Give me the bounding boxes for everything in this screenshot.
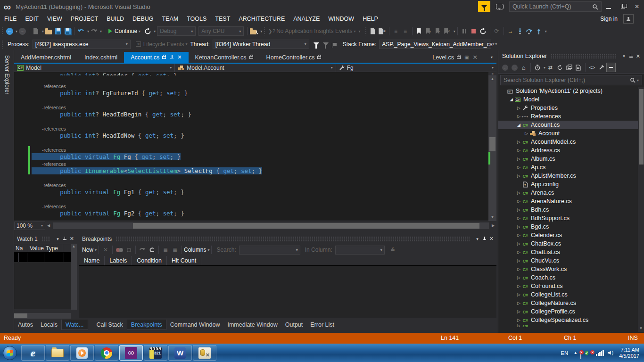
- se-home-button[interactable]: ⌂: [519, 63, 528, 72]
- codelens-references[interactable]: -references: [14, 104, 488, 111]
- taskbar-media-player[interactable]: [70, 345, 94, 361]
- break-all-button[interactable]: [460, 26, 469, 36]
- tree-item-bgd-cs[interactable]: ▷C#Bgd.cs: [498, 222, 644, 231]
- tree-item-cofound-cs[interactable]: ▷C#CoFound.cs: [498, 282, 644, 290]
- member-dropdown[interactable]: Fg ▾: [336, 64, 496, 72]
- expander-collapsed-icon[interactable]: ▷: [516, 216, 521, 221]
- tree-item-accountmodel-cs[interactable]: ▷C#AccountModel.cs: [498, 138, 644, 146]
- pin-icon[interactable]: [629, 54, 633, 58]
- expander-collapsed-icon[interactable]: ▷: [516, 106, 521, 110]
- panel-tab-command-window[interactable]: Command Window: [166, 320, 224, 330]
- redo-button[interactable]: [90, 26, 98, 36]
- tree-item-coach-cs[interactable]: ▷C#Coach.cs: [498, 273, 644, 282]
- scroll-down-arrow[interactable]: ▼: [638, 325, 644, 332]
- panel-tab-immediate-window[interactable]: Immediate Window: [223, 320, 281, 330]
- minimize-button[interactable]: [602, 1, 616, 12]
- se-back-button[interactable]: ←: [500, 63, 510, 72]
- editor-vertical-scrollbar[interactable]: ≡ ▲ ▼: [488, 72, 496, 221]
- reset-filter-button[interactable]: ≚: [388, 245, 397, 255]
- navigate-back-button[interactable]: ←: [5, 26, 14, 36]
- watch-horizontal-scrollbar[interactable]: [14, 313, 71, 319]
- expander-collapsed-icon[interactable]: ▷: [516, 309, 521, 314]
- menu-file[interactable]: FILE: [0, 14, 21, 24]
- language-indicator[interactable]: EN: [561, 350, 568, 356]
- close-tab-icon[interactable]: ✕: [177, 54, 182, 60]
- tree-item-ap-cs[interactable]: ▷C#Ap.cs: [498, 163, 644, 172]
- taskbar-visual-studio[interactable]: ∞: [119, 345, 143, 361]
- menu-help[interactable]: HELP: [358, 14, 382, 24]
- breakpoints-column-hit-count[interactable]: Hit Count: [167, 256, 201, 265]
- taskbar-internet-explorer[interactable]: e: [21, 345, 45, 361]
- in-column-combo[interactable]: ▾: [335, 246, 385, 255]
- se-collapse-all-button[interactable]: [564, 63, 574, 72]
- toggle-bookmark-button[interactable]: [415, 26, 423, 36]
- watch-vertical-scrollbar[interactable]: ▲: [71, 244, 77, 310]
- breakpoints-body[interactable]: [79, 266, 496, 318]
- expander-collapsed-icon[interactable]: ▷: [516, 301, 521, 305]
- expander-collapsed-icon[interactable]: ▷: [516, 199, 521, 204]
- codelens-references[interactable]: -references: [14, 125, 488, 132]
- codelens-references[interactable]: -references: [14, 203, 488, 210]
- close-panel-icon[interactable]: ✕: [70, 236, 74, 242]
- codelens-references[interactable]: -references: [14, 181, 488, 189]
- filter-flagged-button[interactable]: [322, 40, 330, 49]
- menu-build[interactable]: BUILD: [102, 14, 128, 24]
- menu-tools[interactable]: TOOLS: [182, 14, 211, 24]
- new-linked-work-item-button[interactable]: ≡: [378, 26, 387, 36]
- watch-column-na[interactable]: Na: [14, 244, 28, 252]
- menu-view[interactable]: VIEW: [43, 14, 66, 24]
- navigate-forward-button[interactable]: →: [18, 26, 26, 36]
- next-bookmark-button[interactable]: ▸: [434, 26, 442, 36]
- new-file-button[interactable]: [32, 26, 40, 36]
- columns-button[interactable]: Columns: [184, 247, 206, 253]
- code-line[interactable]: public virtual Fg Fg2 { get; set; }: [14, 210, 488, 217]
- code-blank-line[interactable]: [14, 139, 488, 146]
- code-blank-line[interactable]: [14, 174, 488, 181]
- close-button[interactable]: ✕: [630, 1, 644, 12]
- expander-collapsed-icon[interactable]: ▷: [516, 324, 521, 327]
- panel-tab-call-stack[interactable]: Call Stack: [93, 320, 127, 330]
- expander-collapsed-icon[interactable]: ▷: [516, 275, 521, 280]
- tree-item-references[interactable]: ▷▪─▪References: [498, 112, 644, 121]
- pin-tab-icon[interactable]: [170, 55, 174, 59]
- solution-root-item[interactable]: ∞Solution 'MyAction11' (2 projects): [498, 87, 644, 95]
- breakpoints-column-labels[interactable]: Labels: [105, 256, 132, 265]
- prev-bookmark-button[interactable]: ◂: [424, 26, 433, 36]
- redo-dropdown[interactable]: ▾: [100, 29, 102, 33]
- code-line[interactable]: public int? HeadIdNow { get; set; }: [14, 132, 488, 139]
- new-breakpoint-button[interactable]: New: [82, 247, 93, 253]
- solution-explorer-search-input[interactable]: Search Solution Explorer (Ctrl+;) ▾: [500, 75, 642, 85]
- breakpoints-column-condition[interactable]: Condition: [132, 256, 167, 265]
- panel-tab-error-list[interactable]: Error List: [306, 320, 338, 330]
- sign-in-link[interactable]: Sign in: [600, 16, 618, 22]
- code-line[interactable]: public int? FgFutureId { get; set; }: [14, 90, 488, 97]
- scroll-thumb[interactable]: [489, 137, 495, 151]
- tree-item-chucvu-cs[interactable]: ▷C#ChucVu.cs: [498, 256, 644, 265]
- expander-expanded-icon[interactable]: ◢: [516, 123, 521, 127]
- tree-item-partial[interactable]: ▷C#: [498, 324, 644, 327]
- tree-item-model[interactable]: ◢C#Model: [498, 95, 644, 104]
- toolbar-grip[interactable]: [365, 27, 367, 35]
- process-combo[interactable]: [4932] iisexpress.exe▾: [33, 40, 131, 49]
- breakpoint-search-input[interactable]: ▾: [239, 246, 300, 255]
- tree-item-account[interactable]: ▷Account: [498, 129, 644, 138]
- new-file-dropdown[interactable]: ▾: [42, 29, 44, 33]
- expander-collapsed-icon[interactable]: ▷: [516, 318, 521, 322]
- panel-tab-locals[interactable]: Locals: [37, 320, 61, 330]
- tab-homecontroller-cs[interactable]: HomeController.cs: [260, 52, 328, 63]
- tree-item-bdhsupport-cs[interactable]: ▷C#BdhSupport.cs: [498, 214, 644, 222]
- tree-item-chatbox-cs[interactable]: ▷C#ChatBox.cs: [498, 239, 644, 248]
- create-work-item-button[interactable]: [369, 26, 377, 36]
- panel-tab-autos[interactable]: Autos: [14, 320, 37, 330]
- se-sync-with-active-document-button[interactable]: ⇄: [545, 63, 555, 72]
- menu-project[interactable]: PROJECT: [66, 14, 102, 24]
- menu-analyze[interactable]: ANALYZE: [289, 14, 324, 24]
- restart-dropdown[interactable]: ▾: [154, 29, 156, 33]
- solution-tree-scrollbar[interactable]: ▼: [638, 87, 644, 332]
- server-explorer-tab[interactable]: Server Explorer: [0, 50, 14, 333]
- se-refresh-button[interactable]: [555, 63, 564, 72]
- indent-button[interactable]: ≡: [392, 26, 400, 36]
- tab-account-cs[interactable]: Account.cs✕: [124, 52, 188, 63]
- taskbar-clock[interactable]: 7:11 AM 4/5/2017: [619, 347, 639, 359]
- insights-dropdown[interactable]: ▾: [354, 29, 356, 33]
